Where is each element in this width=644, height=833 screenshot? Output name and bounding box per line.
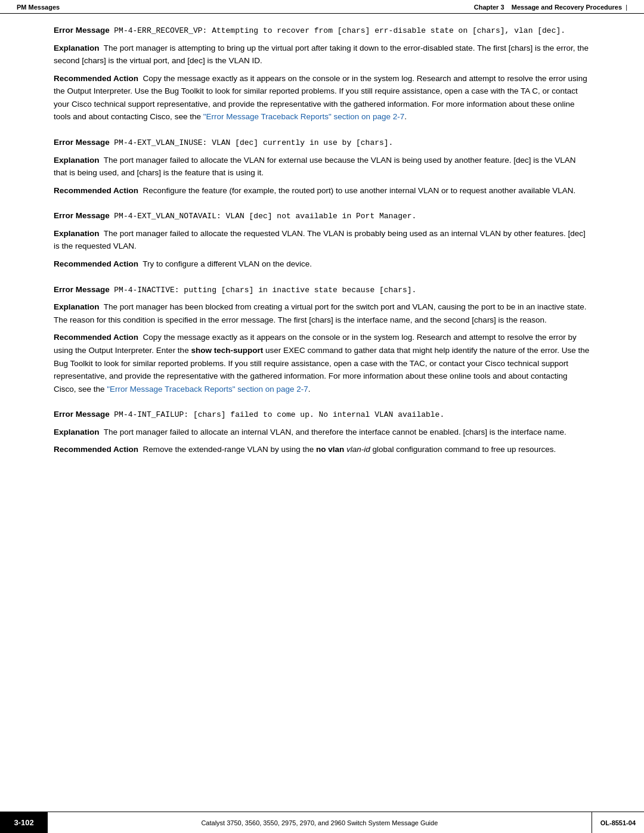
explanation-3: Explanation The port manager failed to a…: [54, 227, 590, 253]
rec-action-label-1: Recommended Action: [54, 74, 138, 83]
rec-action-text-3: Try to configure a different VLAN on the…: [143, 259, 312, 268]
rec-action-label-3: Recommended Action: [54, 259, 138, 268]
explanation-4: Explanation The port manager has been bl…: [54, 301, 590, 326]
footer-page-number: 3-102: [0, 812, 48, 833]
explanation-label-3: Explanation: [54, 229, 100, 238]
error-message-line-2: Error Message PM-4-EXT_VLAN_INUSE: VLAN …: [54, 137, 590, 149]
rec-action-2: Recommended Action Reconfigure the featu…: [54, 184, 590, 197]
link-4[interactable]: "Error Message Traceback Reports" sectio…: [107, 385, 308, 394]
explanation-label-1: Explanation: [54, 44, 100, 52]
chapter-title: Message and Recovery Procedures: [512, 4, 622, 11]
explanation-text-1: The port manager is attempting to bring …: [54, 44, 589, 66]
rec-action-1: Recommended Action Copy the message exac…: [54, 72, 590, 123]
message-block-ext-vlan-notavail: Error Message PM-4-EXT_VLAN_NOTAVAIL: VL…: [54, 210, 590, 270]
error-message-line-4: Error Message PM-4-INACTIVE: putting [ch…: [54, 284, 590, 296]
error-code-2: PM-4-EXT_VLAN_INUSE: VLAN [dec] currentl…: [114, 138, 393, 147]
explanation-5: Explanation The port manager failed to a…: [54, 426, 590, 439]
rec-action-label-5: Recommended Action: [54, 445, 138, 454]
rec-action-text-4b: .: [308, 385, 311, 394]
error-message-label-4: Error Message: [54, 285, 110, 294]
footer-center-text: Catalyst 3750, 3560, 3550, 2975, 2970, a…: [48, 812, 592, 833]
page-footer: 3-102 Catalyst 3750, 3560, 3550, 2975, 2…: [0, 812, 644, 833]
chapter-number: Chapter 3: [474, 4, 504, 11]
error-message-label-5: Error Message: [54, 410, 110, 419]
explanation-text-2: The port manager failed to allocate the …: [54, 156, 576, 178]
error-code-1: PM-4-ERR_RECOVER_VP: Attempting to recov…: [114, 26, 565, 35]
explanation-label-5: Explanation: [54, 428, 100, 436]
message-block-inactive: Error Message PM-4-INACTIVE: putting [ch…: [54, 284, 590, 396]
error-message-label-2: Error Message: [54, 138, 110, 147]
message-block-err-recover-vp: Error Message PM-4-ERR_RECOVER_VP: Attem…: [54, 24, 590, 123]
page-content: Error Message PM-4-ERR_RECOVER_VP: Attem…: [0, 14, 644, 517]
rec-action-label-4: Recommended Action: [54, 333, 138, 342]
rec-action-3: Recommended Action Try to configure a di…: [54, 258, 590, 271]
rec-action-label-2: Recommended Action: [54, 186, 138, 195]
message-block-int-failup: Error Message PM-4-INT_FAILUP: [chars] f…: [54, 408, 590, 456]
error-message-line-5: Error Message PM-4-INT_FAILUP: [chars] f…: [54, 408, 590, 421]
error-message-label-1: Error Message: [54, 26, 110, 35]
explanation-1: Explanation The port manager is attempti…: [54, 42, 590, 67]
explanation-text-5: The port manager failed to allocate an i…: [104, 428, 566, 436]
message-block-ext-vlan-inuse: Error Message PM-4-EXT_VLAN_INUSE: VLAN …: [54, 137, 590, 197]
rec-action-5: Recommended Action Remove the extended-r…: [54, 443, 590, 456]
rec-action-4: Recommended Action Copy the message exac…: [54, 331, 590, 395]
rec-action-text-1b: .: [404, 112, 407, 121]
explanation-label-4: Explanation: [54, 302, 100, 311]
error-message-line-3: Error Message PM-4-EXT_VLAN_NOTAVAIL: VL…: [54, 210, 590, 222]
error-message-line-1: Error Message PM-4-ERR_RECOVER_VP: Attem…: [54, 24, 590, 37]
error-code-5: PM-4-INT_FAILUP: [chars] failed to come …: [114, 410, 444, 419]
error-code-4: PM-4-INACTIVE: putting [chars] in inacti…: [114, 286, 416, 295]
header-section-label: PM Messages: [17, 4, 60, 11]
explanation-2: Explanation The port manager failed to a…: [54, 154, 590, 179]
page-header: PM Messages Chapter 3 Message and Recove…: [0, 0, 644, 14]
rec-action-text-5: Remove the extended-range VLAN by using …: [143, 445, 556, 454]
link-1[interactable]: "Error Message Traceback Reports" sectio…: [203, 112, 405, 121]
footer-right-text: OL-8551-04: [592, 812, 644, 833]
error-code-3: PM-4-EXT_VLAN_NOTAVAIL: VLAN [dec] not a…: [114, 212, 416, 221]
rec-action-text-2: Reconfigure the feature (for example, th…: [143, 186, 576, 195]
header-chapter: Chapter 3 Message and Recovery Procedure…: [474, 4, 627, 11]
explanation-text-4: The port manager has been blocked from c…: [54, 302, 586, 324]
error-message-label-3: Error Message: [54, 211, 110, 220]
explanation-label-2: Explanation: [54, 156, 100, 165]
explanation-text-3: The port manager failed to allocate the …: [54, 229, 586, 251]
